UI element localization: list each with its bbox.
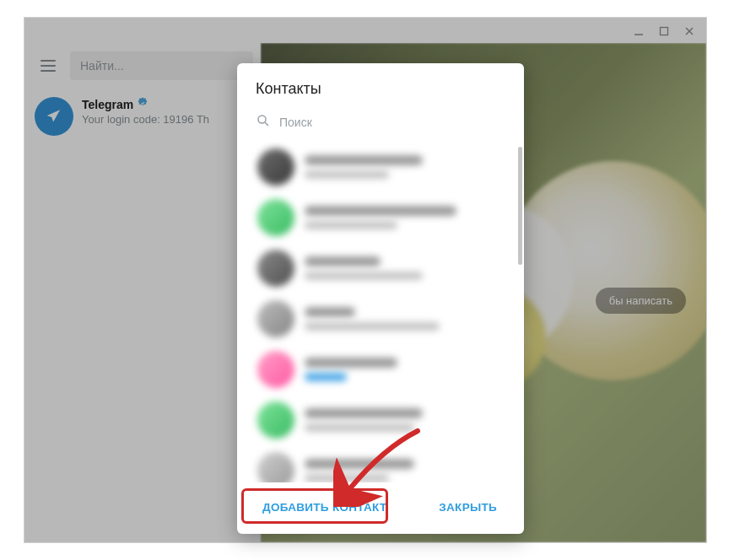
contact-name (305, 206, 456, 216)
svg-line-5 (265, 122, 268, 126)
contacts-modal: Контакты ДОБАВИТЬ КОНТАКТ ЗАКРЫТЬ (237, 63, 524, 534)
contact-row[interactable] (251, 344, 519, 395)
contact-status (305, 322, 440, 331)
contact-name (305, 155, 423, 165)
contact-avatar (257, 148, 294, 186)
maximize-button[interactable] (657, 24, 671, 38)
contact-status (305, 373, 347, 381)
contact-name (305, 307, 355, 317)
contact-name (305, 408, 423, 418)
contact-avatar (257, 452, 294, 482)
contact-status (305, 272, 423, 280)
contact-name (305, 459, 414, 469)
modal-title: Контакты (237, 63, 524, 110)
add-contact-button[interactable]: ДОБАВИТЬ КОНТАКТ (254, 494, 395, 520)
svg-rect-1 (661, 28, 668, 35)
scrollbar-thumb[interactable] (518, 147, 522, 265)
contact-row[interactable] (251, 293, 519, 344)
contact-status (305, 221, 397, 229)
contact-avatar (257, 199, 294, 236)
contact-avatar (257, 300, 294, 337)
contact-name (305, 358, 397, 368)
modal-search[interactable] (237, 110, 524, 142)
modal-search-input[interactable] (279, 116, 505, 129)
contact-avatar (257, 250, 294, 287)
contact-avatar (257, 401, 294, 439)
contact-name (305, 256, 381, 267)
search-icon (256, 113, 271, 132)
window-frame: Telegram Your login code: 19196 Th бы на… (24, 17, 707, 543)
contacts-list (237, 142, 524, 482)
contact-status (305, 423, 414, 432)
contact-row[interactable] (251, 243, 519, 293)
contact-row[interactable] (251, 445, 519, 482)
svg-point-4 (258, 116, 266, 123)
contact-status (305, 474, 389, 482)
contact-avatar (257, 351, 294, 388)
close-window-button[interactable] (683, 24, 696, 38)
contact-status (305, 170, 389, 179)
modal-footer: ДОБАВИТЬ КОНТАКТ ЗАКРЫТЬ (237, 482, 524, 534)
window-titlebar (632, 18, 706, 45)
contact-row[interactable] (251, 395, 519, 445)
contact-row[interactable] (251, 142, 519, 192)
close-button[interactable]: ЗАКРЫТЬ (430, 494, 505, 520)
minimize-button[interactable] (632, 24, 645, 38)
contact-row[interactable] (251, 192, 519, 243)
